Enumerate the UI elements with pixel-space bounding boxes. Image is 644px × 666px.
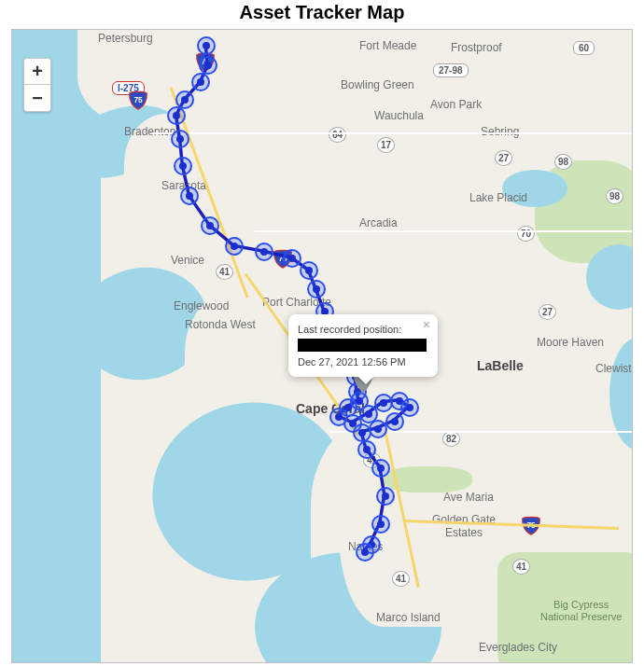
- track-marker[interactable]: [357, 440, 376, 459]
- track-marker[interactable]: [174, 157, 192, 175]
- page-title: Asset Tracker Map: [0, 0, 644, 29]
- label-golden-gate: Golden Gate Estates: [432, 513, 496, 539]
- track-marker[interactable]: [197, 36, 216, 55]
- shield-us41d: 41: [512, 559, 530, 575]
- label-labelle: LaBelle: [477, 358, 524, 373]
- shield-sr60: 60: [573, 41, 595, 55]
- map-viewport[interactable]: Petersburg Bradenton Sarasota Venice Eng…: [11, 29, 633, 663]
- track-marker[interactable]: [201, 216, 219, 235]
- label-bowling-green: Bowling Green: [341, 78, 414, 91]
- label-fort-meade: Fort Meade: [359, 39, 416, 52]
- label-frostproof: Frostproof: [451, 41, 502, 54]
- popup-redacted-name: [298, 339, 427, 352]
- label-sebring: Sebring: [481, 125, 519, 138]
- position-popup: × Last recorded position: Dec 27, 2021 1…: [288, 314, 438, 377]
- svg-text:75: 75: [133, 96, 143, 104]
- shield-sr64: 64: [329, 127, 346, 143]
- track-marker[interactable]: [369, 420, 387, 438]
- shield-sr98b: 98: [606, 188, 623, 204]
- zoom-out-button[interactable]: −: [24, 85, 50, 111]
- label-bradenton: Bradenton: [124, 125, 175, 138]
- popup-heading: Last recorded position:: [298, 324, 427, 335]
- label-venice: Venice: [171, 254, 204, 267]
- track-marker[interactable]: [191, 73, 210, 91]
- track-marker[interactable]: [307, 280, 326, 298]
- label-arcadia: Arcadia: [359, 216, 398, 229]
- track-marker[interactable]: [300, 261, 318, 280]
- track-marker[interactable]: [225, 237, 244, 256]
- label-rotonda-west: Rotonda West: [185, 318, 256, 331]
- label-petersburg: Petersburg: [98, 32, 153, 45]
- track-marker[interactable]: [356, 543, 374, 562]
- track-marker[interactable]: [385, 412, 404, 431]
- label-lake-placid: Lake Placid: [469, 191, 527, 204]
- track-marker[interactable]: [371, 459, 390, 478]
- label-big-cypress: Big Cypress National Preserve: [540, 599, 622, 622]
- shield-us41a: 41: [216, 264, 233, 280]
- zoom-in-button[interactable]: +: [24, 59, 50, 85]
- label-ave-maria: Ave Maria: [443, 491, 494, 504]
- label-moore-haven: Moore Haven: [537, 336, 604, 349]
- track-marker[interactable]: [180, 187, 199, 205]
- label-englewood: Englewood: [174, 299, 229, 312]
- track-marker[interactable]: [283, 249, 301, 268]
- track-marker[interactable]: [255, 243, 273, 261]
- track-marker[interactable]: [167, 106, 186, 125]
- shield-us27a: 27: [495, 150, 512, 166]
- shield-us27b: 27: [539, 304, 556, 320]
- shield-sr70: 70: [517, 226, 535, 242]
- shield-sr82: 82: [442, 431, 460, 447]
- track-marker[interactable]: [400, 398, 419, 417]
- label-everglades-city: Everglades City: [479, 641, 557, 654]
- shield-us17: 17: [377, 137, 395, 153]
- track-marker[interactable]: [353, 423, 371, 442]
- label-marco-island: Marco Island: [376, 611, 441, 624]
- shield-us27-98: 27-98: [433, 63, 469, 77]
- shield-us41c: 41: [392, 571, 410, 587]
- label-avon-park: Avon Park: [430, 98, 482, 111]
- label-wauchula: Wauchula: [374, 109, 424, 122]
- track-marker[interactable]: [376, 487, 395, 506]
- shield-sr98: 98: [554, 154, 572, 170]
- zoom-control: + −: [23, 58, 51, 112]
- label-clewisto: Clewisto: [595, 362, 633, 375]
- popup-timestamp: Dec 27, 2021 12:56 PM: [298, 356, 427, 368]
- popup-close-icon[interactable]: ×: [423, 318, 430, 331]
- track-marker[interactable]: [199, 56, 217, 75]
- shield-i75-b: 75: [128, 90, 148, 110]
- track-marker[interactable]: [171, 130, 189, 148]
- track-marker[interactable]: [371, 515, 390, 534]
